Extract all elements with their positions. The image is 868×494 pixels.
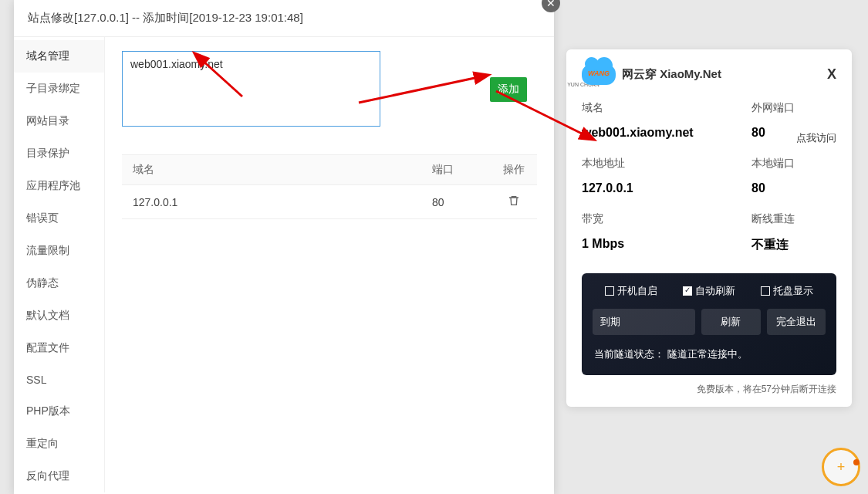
- sidebar-item-default-doc[interactable]: 默认文档: [14, 299, 104, 332]
- status-box: 开机自启 自动刷新 托盘显示 到期 刷新 完全退出 当前隧道状态： 隧道正常连接…: [582, 273, 836, 375]
- value-domain: web001.xiaomy.net: [582, 121, 751, 152]
- tunnel-status: 当前隧道状态： 隧道正常连接中。: [593, 344, 826, 364]
- expire-pill[interactable]: 到期: [593, 309, 695, 335]
- chk-tray[interactable]: 托盘显示: [761, 284, 813, 298]
- cell-domain: 127.0.0.1: [122, 185, 421, 219]
- th-domain: 域名: [122, 155, 421, 185]
- value-local-port: 80: [751, 177, 836, 208]
- th-action: 操作: [491, 155, 537, 185]
- sidebar-item-app-pool[interactable]: 应用程序池: [14, 170, 104, 202]
- value-bandwidth: 1 Mbps: [582, 232, 751, 266]
- label-domain: 域名: [582, 101, 751, 115]
- label-bandwidth: 带宽: [582, 212, 751, 226]
- label-local-addr: 本地地址: [582, 157, 751, 171]
- sidebar-item-dir-protect[interactable]: 目录保护: [14, 137, 104, 170]
- footer-note: 免费版本，将在57分钟后断开连接: [582, 383, 836, 396]
- refresh-button[interactable]: 刷新: [701, 309, 761, 335]
- value-reconnect: 不重连: [751, 232, 836, 266]
- value-local-addr: 127.0.0.1: [582, 177, 751, 208]
- tunnel-panel: WANG YUN CHUAN 网云穿 XiaoMy.Net X 域名 外网端口 …: [566, 49, 852, 407]
- sidebar-item-php-version[interactable]: PHP版本: [14, 395, 104, 428]
- sidebar-item-reverse-proxy[interactable]: 反向代理: [14, 460, 104, 492]
- sidebar-item-error-page[interactable]: 错误页: [14, 202, 104, 235]
- sidebar-item-site-dir[interactable]: 网站目录: [14, 105, 104, 137]
- chk-autorefresh[interactable]: 自动刷新: [683, 284, 735, 298]
- domain-table: 域名 端口 操作 127.0.0.1 80: [122, 154, 537, 219]
- cloud-logo-icon: WANG: [582, 62, 616, 85]
- site-edit-modal: ✕ 站点修改[127.0.0.1] -- 添加时间[2019-12-23 19:…: [14, 0, 554, 494]
- panel-title: 网云穿 XiaoMy.Net: [622, 67, 721, 82]
- delete-icon[interactable]: [508, 197, 520, 209]
- table-row: 127.0.0.1 80: [122, 185, 537, 219]
- th-port: 端口: [421, 155, 491, 185]
- domain-input[interactable]: [122, 51, 380, 127]
- sidebar-item-traffic-limit[interactable]: 流量限制: [14, 235, 104, 267]
- sidebar-item-rewrite[interactable]: 伪静态: [14, 267, 104, 299]
- visit-link[interactable]: 点我访问: [796, 131, 836, 145]
- add-button[interactable]: 添加: [490, 77, 527, 102]
- watermark-badge-icon: +: [822, 448, 860, 486]
- sidebar-item-redirect[interactable]: 重定向: [14, 428, 104, 460]
- cell-port: 80: [421, 185, 491, 219]
- sidebar-item-ssl[interactable]: SSL: [14, 364, 104, 395]
- sidebar-item-config[interactable]: 配置文件: [14, 332, 104, 364]
- label-reconnect: 断线重连: [751, 212, 836, 226]
- panel-close-button[interactable]: X: [827, 66, 836, 83]
- sidebar: 域名管理 子目录绑定 网站目录 目录保护 应用程序池 错误页 流量限制 伪静态 …: [14, 37, 105, 492]
- label-local-port: 本地端口: [751, 157, 836, 171]
- exit-button[interactable]: 完全退出: [767, 309, 826, 335]
- chk-autostart[interactable]: 开机自启: [605, 284, 657, 298]
- sidebar-item-subdir-bind[interactable]: 子目录绑定: [14, 73, 104, 105]
- sidebar-item-domain-manage[interactable]: 域名管理: [14, 40, 104, 73]
- label-ext-port: 外网端口: [751, 101, 836, 115]
- modal-title: 站点修改[127.0.0.1] -- 添加时间[2019-12-23 19:01…: [14, 0, 554, 37]
